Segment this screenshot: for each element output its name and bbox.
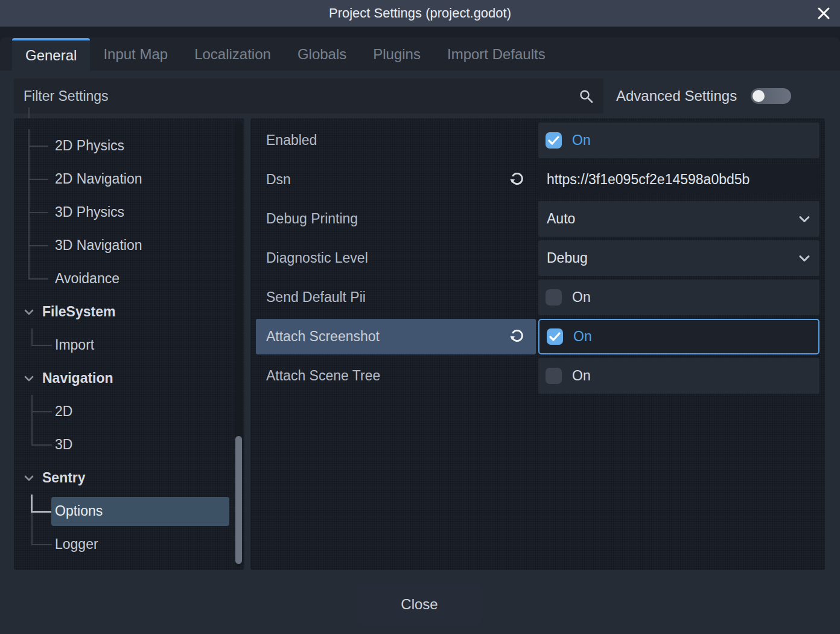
tree-item-3d[interactable]: 3D	[14, 428, 244, 461]
setting-row-send-default-pii: Send Default Pii On	[250, 278, 825, 317]
tree-category-navigation[interactable]: Navigation	[14, 362, 244, 395]
chevron-down-icon	[798, 254, 811, 263]
checkbox-state-label: On	[572, 132, 591, 149]
debug-printing-dropdown[interactable]: Auto	[538, 201, 819, 237]
check-icon	[548, 136, 559, 145]
chevron-down-icon	[23, 374, 35, 383]
tree-category-sentry[interactable]: Sentry	[14, 461, 244, 495]
title-bar: Project Settings (project.godot)	[0, 0, 840, 27]
tree-item-options[interactable]: Options	[14, 495, 244, 528]
tree-scrollbar-thumb[interactable]	[235, 436, 242, 564]
tab-general[interactable]: General	[12, 38, 90, 71]
chevron-down-icon	[798, 215, 811, 223]
checkbox-state-label: On	[573, 328, 592, 345]
tree-item-3d-navigation[interactable]: 3D Navigation	[14, 229, 244, 262]
setting-label: Diagnostic Level	[256, 240, 536, 276]
tree-item-2d-navigation[interactable]: 2D Navigation	[14, 162, 244, 196]
tree-scrollbar[interactable]	[235, 122, 243, 566]
filter-settings-input[interactable]	[14, 78, 603, 114]
tree-item-logger[interactable]: Logger	[14, 528, 244, 561]
focused-value-cell: On	[538, 319, 819, 354]
tree-item-avoidance[interactable]: Avoidance	[14, 262, 244, 295]
tab-bar: General Input Map Localization Globals P…	[0, 37, 840, 71]
advanced-settings-toggle[interactable]	[751, 88, 791, 104]
setting-row-attach-scene-tree: Attach Scene Tree On	[250, 356, 825, 395]
setting-row-dsn: Dsn	[250, 160, 825, 199]
tree-item-import[interactable]: Import	[14, 328, 244, 362]
revert-icon[interactable]	[509, 328, 525, 345]
dialog-content: Advanced Settings 2D Physics 2D Navigati…	[0, 71, 840, 634]
setting-label: Debug Printing	[256, 201, 536, 237]
tab-globals[interactable]: Globals	[284, 38, 360, 71]
advanced-settings-label: Advanced Settings	[616, 88, 737, 104]
setting-row-diagnostic-level: Diagnostic Level Debug	[250, 239, 825, 278]
tree-item-2d-physics[interactable]: 2D Physics	[14, 129, 244, 162]
toggle-knob-icon	[752, 90, 765, 102]
close-button[interactable]: Close	[357, 584, 482, 625]
tab-localization[interactable]: Localization	[181, 38, 284, 71]
tree-item-2d[interactable]: 2D	[14, 395, 244, 428]
close-icon[interactable]	[815, 5, 832, 22]
setting-row-enabled: Enabled On	[250, 121, 825, 160]
checkbox-state-label: On	[572, 289, 591, 306]
settings-tree: 2D Physics 2D Navigation 3D Physics 3D N…	[14, 118, 244, 570]
settings-inspector: Enabled On Dsn	[250, 118, 825, 570]
setting-row-attach-screenshot: Attach Screenshot On	[250, 317, 825, 356]
dsn-input[interactable]	[538, 164, 819, 196]
revert-icon[interactable]	[509, 171, 525, 188]
diagnostic-level-dropdown[interactable]: Debug	[538, 240, 819, 276]
setting-label: Attach Scene Tree	[256, 358, 536, 394]
window-title: Project Settings (project.godot)	[329, 5, 511, 21]
tab-import-defaults[interactable]: Import Defaults	[434, 38, 559, 71]
chevron-down-icon	[23, 308, 35, 316]
search-icon	[578, 88, 594, 104]
checkbox-state-label: On	[572, 368, 591, 384]
enabled-checkbox[interactable]	[546, 132, 562, 149]
tab-plugins[interactable]: Plugins	[360, 38, 434, 71]
chevron-down-icon	[23, 474, 35, 482]
check-icon	[549, 332, 561, 341]
setting-label: Send Default Pii	[256, 280, 536, 315]
toolbar: Advanced Settings	[14, 78, 825, 114]
setting-label: Dsn	[266, 171, 291, 188]
tab-input-map[interactable]: Input Map	[90, 38, 181, 71]
tree-item-3d-physics[interactable]: 3D Physics	[14, 196, 244, 229]
send-default-pii-checkbox[interactable]	[546, 289, 562, 306]
tree-category-filesystem[interactable]: FileSystem	[14, 295, 244, 328]
attach-scene-tree-checkbox[interactable]	[546, 368, 562, 384]
setting-label: Attach Screenshot	[266, 328, 380, 345]
setting-row-debug-printing: Debug Printing Auto	[250, 199, 825, 239]
setting-label: Enabled	[256, 123, 536, 158]
attach-screenshot-checkbox[interactable]	[547, 328, 563, 345]
